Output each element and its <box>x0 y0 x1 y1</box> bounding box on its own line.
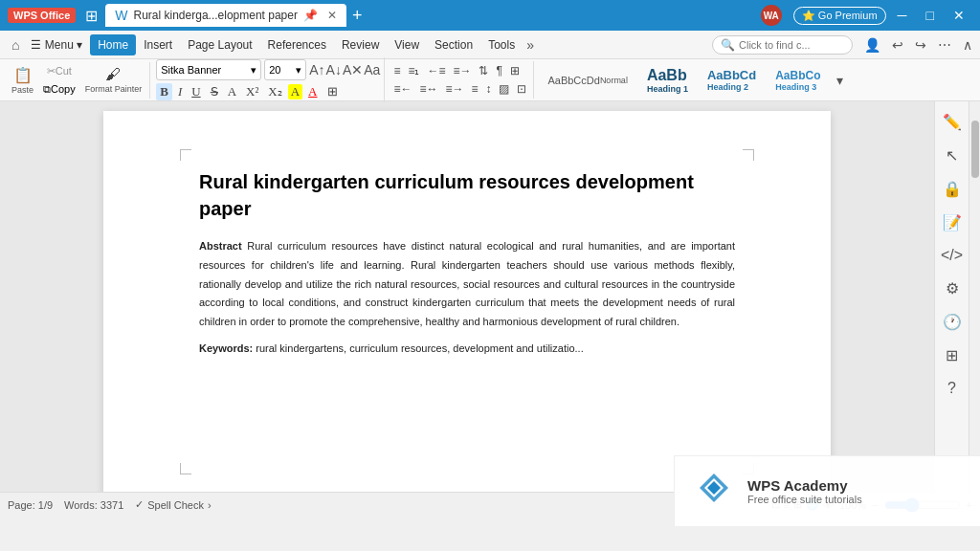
wps-academy-title: WPS Academy <box>747 477 862 494</box>
increase-font-button[interactable]: A↑ <box>309 63 324 77</box>
font-color-button[interactable]: A <box>224 83 240 100</box>
help-tool-icon[interactable]: ? <box>944 376 960 401</box>
font-size-selector[interactable]: 20 ▾ <box>264 59 306 80</box>
indent-increase-button[interactable]: ≡→ <box>450 63 474 78</box>
minimize-button[interactable]: ─ <box>890 8 915 23</box>
document-title[interactable]: Rural kindergarten curriculum resources … <box>199 168 735 222</box>
align-left-button[interactable]: ≡← <box>390 81 414 97</box>
unordered-list-button[interactable]: ≡ <box>390 63 403 78</box>
maximize-button[interactable]: □ <box>919 8 942 23</box>
sort-button[interactable]: ⇅ <box>476 63 491 78</box>
copy-button[interactable]: ⧉ Copy <box>39 81 79 98</box>
redo-icon[interactable]: ↪ <box>911 35 930 55</box>
wps-academy-overlay: WPS Academy Free office suite tutorials <box>674 455 980 526</box>
align-right-button[interactable]: ≡→ <box>442 81 466 97</box>
new-tab-button[interactable]: + <box>352 6 363 26</box>
font-highlight-button[interactable]: A <box>288 84 302 99</box>
scroll-thumb[interactable] <box>971 121 979 178</box>
tab-title: Rural kinderga...elopment paper <box>134 9 298 22</box>
font-name-selector[interactable]: Sitka Banner ▾ <box>156 59 261 80</box>
search-box[interactable]: 🔍 <box>712 35 853 55</box>
italic-button[interactable]: I <box>174 83 186 100</box>
style-heading1[interactable]: AaBb Heading 1 <box>639 65 696 96</box>
document-area: Rural kindergarten curriculum resources … <box>0 101 934 492</box>
clear-format-button[interactable]: A✕ <box>343 63 363 77</box>
page-corner-bl <box>180 463 191 474</box>
wps-academy-text: WPS Academy Free office suite tutorials <box>747 477 862 505</box>
paste-button[interactable]: 📋 Paste <box>8 64 37 97</box>
spell-check-icon: ✓ <box>135 498 144 511</box>
menu-section-item[interactable]: Section <box>427 34 480 55</box>
style-heading2[interactable]: AaBbCd Heading 2 <box>700 66 764 94</box>
more-options-icon[interactable]: ⋯ <box>934 35 955 55</box>
undo-icon[interactable]: ↩ <box>888 35 907 55</box>
text-color-button[interactable]: A <box>304 83 321 100</box>
underline-button[interactable]: U <box>188 83 204 100</box>
home-quick-icon[interactable]: ⌂ <box>8 35 23 55</box>
menu-insert-item[interactable]: Insert <box>136 34 180 55</box>
search-input[interactable] <box>739 39 844 51</box>
justify-button[interactable]: ≡ <box>468 81 480 97</box>
shading-button[interactable]: ▨ <box>496 81 512 97</box>
page-corner-tr <box>743 149 754 161</box>
bold-button[interactable]: B <box>156 83 172 100</box>
table-button[interactable]: ⊞ <box>507 63 523 78</box>
document-tab[interactable]: W Rural kinderga...elopment paper 📌 ✕ <box>105 4 346 27</box>
cut-button[interactable]: ✂ Cut <box>39 63 79 79</box>
border-button[interactable]: ⊞ <box>323 83 342 100</box>
menu-home-item[interactable]: Home <box>90 34 136 55</box>
settings-tool-icon[interactable]: ⚙ <box>942 276 963 301</box>
code-tool-icon[interactable]: </> <box>937 243 967 268</box>
pin-icon[interactable]: 📌 <box>303 9 318 22</box>
document-abstract[interactable]: Abstract Rural curriculum resources have… <box>199 237 735 332</box>
doc-type-icon: W <box>115 8 127 23</box>
menu-view-item[interactable]: View <box>387 34 427 55</box>
scroll-track[interactable] <box>969 101 980 492</box>
annotation-tool-icon[interactable]: 📝 <box>939 209 966 235</box>
share-icon[interactable]: 👤 <box>860 35 884 55</box>
cut-icon: ✂ <box>47 65 56 77</box>
spell-check[interactable]: ✓ Spell Check › <box>135 498 211 511</box>
window-controls: WA ⭐ Go Premium ─ □ ✕ <box>761 5 972 26</box>
style-normal[interactable]: AaBbCcDd Normal <box>540 73 635 88</box>
format-painter-icon: 🖌 <box>105 66 121 83</box>
search-icon: 🔍 <box>721 38 735 52</box>
show-hide-button[interactable]: ¶ <box>493 63 504 78</box>
size-dropdown-arrow: ▾ <box>296 64 301 77</box>
format-painter-button[interactable]: 🖌 Format Painter <box>81 64 146 96</box>
table-tool-icon[interactable]: ⊞ <box>942 342 962 368</box>
word-count[interactable]: Words: 3371 <box>64 499 123 511</box>
line-spacing-button[interactable]: ↕ <box>482 81 494 97</box>
indent-decrease-button[interactable]: ←≡ <box>424 63 448 78</box>
collapse-ribbon-icon[interactable]: ∧ <box>959 35 976 55</box>
more-menu-button[interactable]: » <box>523 35 538 55</box>
main-toolbar: 📋 Paste ✂ Cut ⧉ Copy 🖌 Format Painter Si… <box>0 59 980 101</box>
decrease-font-button[interactable]: A↓ <box>326 63 342 77</box>
tab-close-button[interactable]: ✕ <box>327 9 337 22</box>
menu-tools-item[interactable]: Tools <box>480 34 523 55</box>
subscript-button[interactable]: X₂ <box>264 83 285 100</box>
cursor-tool-icon[interactable]: ↖ <box>942 143 962 168</box>
style-scroll-button[interactable]: ▾ <box>833 71 847 90</box>
premium-button[interactable]: ⭐ Go Premium <box>793 7 886 25</box>
style-heading3[interactable]: AaBbCo Heading 3 <box>768 67 828 94</box>
superscript-button[interactable]: X² <box>242 83 262 100</box>
lock-tool-icon[interactable]: 🔒 <box>939 176 966 202</box>
user-avatar: WA <box>761 5 782 26</box>
close-button[interactable]: ✕ <box>946 8 972 23</box>
ordered-list-button[interactable]: ≡₁ <box>405 63 422 78</box>
menu-review-item[interactable]: Review <box>334 34 387 55</box>
menu-pagelayout-item[interactable]: Page Layout <box>180 34 259 55</box>
font-format-row: B I U S̶ A X² X₂ A A ⊞ <box>156 83 341 100</box>
document-keywords[interactable]: Keywords: rural kindergartens, curriculu… <box>199 340 735 359</box>
align-center-button[interactable]: ≡↔ <box>416 81 440 97</box>
abstract-text: Rural curriculum resources have distinct… <box>199 240 735 327</box>
font-case-button[interactable]: Aa <box>364 63 380 77</box>
menu-menu-item[interactable]: ☰ Menu ▾ <box>23 34 90 55</box>
strikethrough-button[interactable]: S̶ <box>207 83 222 100</box>
menu-references-item[interactable]: References <box>260 34 334 55</box>
layout-icon[interactable]: ⊞ <box>85 7 98 25</box>
history-tool-icon[interactable]: 🕐 <box>939 309 966 335</box>
borders-button[interactable]: ⊡ <box>514 81 529 97</box>
edit-tool-icon[interactable]: ✏️ <box>939 109 966 135</box>
